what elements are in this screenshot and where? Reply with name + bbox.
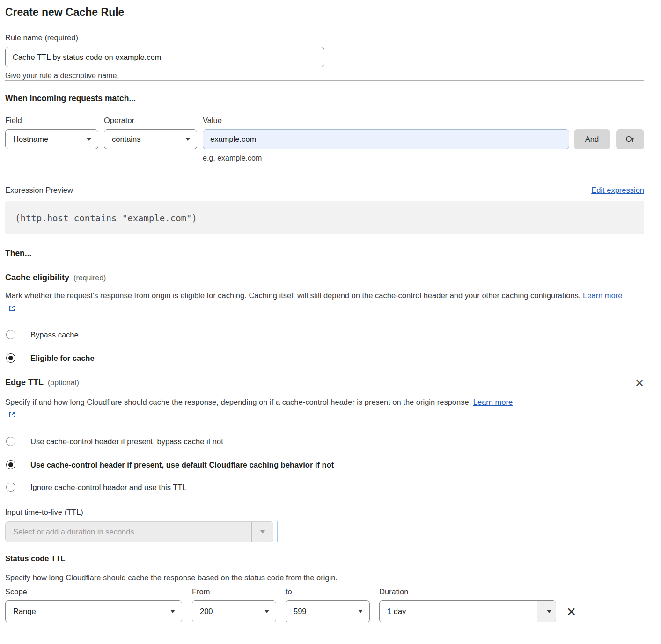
radio-label: Use cache-control header if present, use… [30,461,334,469]
operator-label: Operator [104,116,203,125]
radio-icon [6,353,15,363]
cache-eligibility-description: Mark whether the request's response from… [5,289,632,316]
scope-select[interactable]: Range [5,600,182,622]
radio-bypass-cache[interactable]: Bypass cache [5,330,644,339]
radio-label: Eligible for cache [30,354,95,363]
then-heading: Then... [5,248,644,258]
to-select[interactable]: 599 [286,600,370,622]
dropdown-arrow-segment [251,522,273,542]
edge-ttl-title: Edge TTL [5,378,44,388]
status-code-ttl-row: Scope Range From 200 to 599 Duration 1 d… [5,587,644,622]
remove-status-ttl-row-button[interactable]: ✕ [566,606,576,618]
cache-eligibility-qualifier: (required) [73,274,106,282]
rule-name-label: Rule name (required) [5,33,644,42]
edge-ttl-title-group: Edge TTL (optional) [5,378,79,388]
operator-select-value: contains [112,135,140,144]
field-select-value: Hostname [13,135,48,144]
edge-ttl-description: Specify if and how long Cloudflare shoul… [5,395,522,423]
close-icon: ✕ [635,377,644,389]
cache-eligibility-learn-more-link[interactable]: Learn more [583,291,622,300]
expression-code-block: (http.host contains "example.com") [5,201,644,234]
from-select-value: 200 [200,607,213,616]
to-column: to 599 [286,587,370,622]
radio-icon [6,330,15,339]
edge-ttl-description-text: Specify if and how long Cloudflare shoul… [5,398,471,406]
value-input[interactable] [203,129,569,149]
scope-label: Scope [5,587,182,596]
section-divider [5,363,644,363]
duration-label: Duration [379,587,556,596]
edge-ttl-learn-more-link[interactable]: Learn more [473,398,513,406]
chevron-down-icon [185,138,190,141]
match-heading: When incoming requests match... [5,93,644,103]
scope-column: Scope Range [5,587,182,622]
value-helper: e.g. example.com [203,154,644,163]
radio-label: Ignore cache-control header and use this… [30,483,187,492]
chevron-down-icon [547,610,551,613]
create-cache-rule-form: Create new Cache Rule Rule name (require… [0,0,661,637]
to-select-value: 599 [294,607,307,616]
close-icon: ✕ [566,605,576,618]
radio-label: Bypass cache [30,330,79,339]
match-labels-row: Field Operator Value [5,116,644,125]
rule-name-helper: Give your rule a descriptive name. [5,71,644,80]
duration-combobox[interactable]: 1 day [379,600,556,622]
ttl-duration-select[interactable]: Select or add a duration in seconds [5,521,273,542]
radio-icon [6,483,15,492]
field-label: Field [5,116,104,125]
operator-select[interactable]: contains [104,129,197,149]
or-button[interactable]: Or [616,129,644,149]
section-divider [5,80,644,81]
and-button[interactable]: And [574,129,610,149]
cache-eligibility-description-text: Mark whether the request's response from… [5,291,580,300]
radio-label: Use cache-control header if present, byp… [30,437,223,446]
radio-icon [6,437,15,446]
cache-eligibility-header: Cache eligibility (required) [5,273,644,283]
chevron-down-icon [358,610,363,613]
expression-header: Expression Preview Edit expression [5,185,644,195]
from-label: From [192,587,276,596]
value-label: Value [203,116,644,125]
edit-expression-link[interactable]: Edit expression [591,186,644,195]
external-link-icon [8,303,16,316]
external-link-icon [8,410,16,423]
ttl-select-wrap: Select or add a duration in seconds [5,521,644,542]
status-code-ttl-heading: Status code TTL [5,554,644,563]
ttl-focus-indicator [277,521,278,542]
rule-name-input[interactable] [5,47,324,67]
duration-column: Duration 1 day [379,587,556,622]
radio-use-header-bypass[interactable]: Use cache-control header if present, byp… [5,437,644,446]
scope-select-value: Range [13,607,36,616]
radio-use-header-default[interactable]: Use cache-control header if present, use… [5,460,644,469]
expression-code: (http.host contains "example.com") [15,213,197,223]
page-title: Create new Cache Rule [5,6,644,19]
radio-icon [6,460,15,469]
from-column: From 200 [192,587,276,622]
ttl-input-label: Input time-to-live (TTL) [5,507,644,517]
duration-value: 1 day [380,601,537,622]
match-condition-row: Hostname contains And Or [5,129,644,149]
radio-ignore-header[interactable]: Ignore cache-control header and use this… [5,483,644,492]
chevron-down-icon [87,138,91,141]
chevron-down-icon [170,610,175,613]
from-select[interactable]: 200 [192,600,276,622]
edge-ttl-close-button[interactable]: ✕ [635,378,644,389]
chevron-down-icon [260,530,265,534]
status-code-ttl-description: Specify how long Cloudflare should cache… [5,573,644,582]
radio-eligible-for-cache[interactable]: Eligible for cache [5,353,644,363]
to-label: to [286,587,370,596]
dropdown-arrow-segment[interactable] [537,601,556,622]
chevron-down-icon [264,610,269,613]
expression-preview-label: Expression Preview [5,185,73,195]
ttl-duration-placeholder: Select or add a duration in seconds [6,522,251,542]
edge-ttl-header: Edge TTL (optional) ✕ [5,378,644,389]
edge-ttl-qualifier: (optional) [48,379,79,387]
cache-eligibility-title: Cache eligibility [5,273,69,283]
field-select[interactable]: Hostname [5,129,98,149]
